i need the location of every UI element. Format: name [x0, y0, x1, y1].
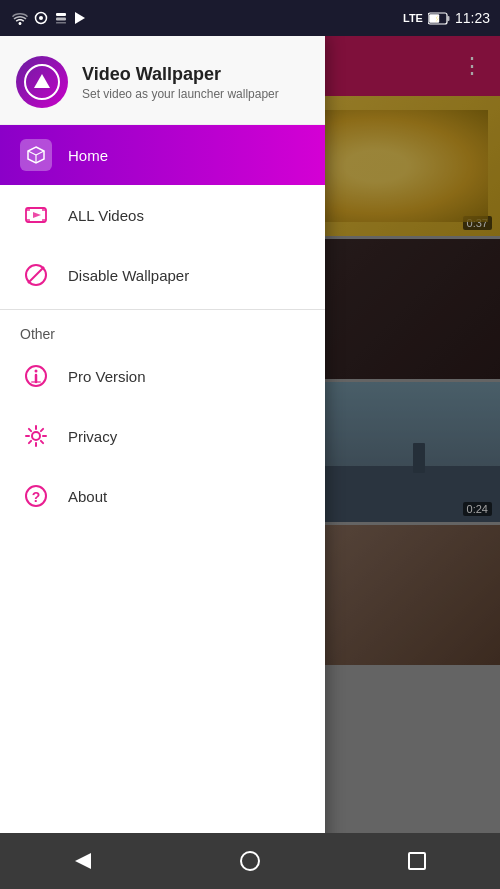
disable-wallpaper-nav-icon: [20, 259, 52, 291]
nav-item-disable-wallpaper[interactable]: Disable Wallpaper: [0, 245, 325, 305]
back-arrow-icon: [71, 849, 95, 873]
status-bar-left: [12, 11, 86, 25]
svg-rect-2: [56, 13, 66, 16]
svg-line-21: [28, 267, 44, 283]
svg-point-23: [35, 370, 38, 373]
svg-rect-18: [42, 219, 46, 222]
navigation-drawer: Video Wallpaper Set video as your launch…: [0, 36, 325, 889]
svg-rect-15: [26, 208, 30, 211]
svg-line-11: [28, 151, 36, 155]
home-button[interactable]: [230, 841, 270, 881]
gear-icon: [22, 422, 50, 450]
no-icon: [22, 261, 50, 289]
pro-version-nav-icon: [20, 360, 52, 392]
back-button[interactable]: [63, 841, 103, 881]
play-store-icon: [74, 11, 86, 25]
ring-icon: [34, 11, 48, 25]
svg-marker-19: [33, 212, 41, 218]
other-section-title: Other: [0, 314, 325, 346]
status-bar: LTE 11:23: [0, 0, 500, 36]
nav-item-home[interactable]: Home: [0, 125, 325, 185]
svg-rect-17: [26, 219, 30, 222]
recents-button[interactable]: [397, 841, 437, 881]
disable-wallpaper-nav-label: Disable Wallpaper: [68, 267, 189, 284]
svg-marker-5: [75, 12, 85, 24]
help-icon: ?: [22, 482, 50, 510]
section-divider: [0, 309, 325, 310]
pro-version-nav-label: Pro Version: [68, 368, 146, 385]
svg-rect-16: [42, 208, 46, 211]
svg-point-28: [241, 852, 259, 870]
lte-label: LTE: [403, 12, 423, 24]
drawer-header: Video Wallpaper Set video as your launch…: [0, 36, 325, 125]
svg-rect-7: [447, 16, 449, 21]
recents-square-icon: [407, 851, 427, 871]
status-bar-right: LTE 11:23: [403, 10, 490, 26]
svg-rect-4: [56, 22, 66, 24]
home-circle-icon: [239, 850, 261, 872]
nav-item-all-videos[interactable]: ALL Videos: [0, 185, 325, 245]
app-title: Video Wallpaper: [82, 64, 279, 85]
pro-icon: [22, 362, 50, 390]
svg-text:?: ?: [32, 489, 41, 505]
drawer-navigation: Home ALL Videos: [0, 125, 325, 889]
app-info: Video Wallpaper Set video as your launch…: [82, 64, 279, 101]
home-nav-label: Home: [68, 147, 108, 164]
nav-item-privacy[interactable]: Privacy: [0, 406, 325, 466]
svg-rect-29: [409, 853, 425, 869]
nav-item-about[interactable]: ? About: [0, 466, 325, 526]
privacy-nav-icon: [20, 420, 52, 452]
svg-rect-3: [56, 18, 66, 21]
storage-icon: [54, 11, 68, 25]
svg-line-12: [36, 151, 44, 155]
app-logo: [16, 56, 68, 108]
about-nav-label: About: [68, 488, 107, 505]
svg-marker-27: [75, 853, 91, 869]
svg-rect-8: [429, 14, 439, 23]
cube-icon: [26, 145, 46, 165]
svg-point-24: [32, 432, 40, 440]
nav-item-pro-version[interactable]: Pro Version: [0, 346, 325, 406]
film-icon: [22, 201, 50, 229]
home-nav-icon: [20, 139, 52, 171]
home-icon-box: [20, 139, 52, 171]
privacy-nav-label: Privacy: [68, 428, 117, 445]
svg-point-1: [39, 16, 43, 20]
bottom-nav-bar: [0, 833, 500, 889]
main-content: ⋮ 0:30 0:37 0:30 1:48 0:24: [0, 36, 500, 889]
wifi-icon: [12, 11, 28, 25]
battery-icon: [428, 12, 450, 25]
logo-inner: [24, 64, 60, 100]
app-subtitle: Set video as your launcher wallpaper: [82, 87, 279, 101]
about-nav-icon: ?: [20, 480, 52, 512]
status-time: 11:23: [455, 10, 490, 26]
logo-triangle-icon: [34, 74, 50, 88]
all-videos-nav-icon: [20, 199, 52, 231]
all-videos-nav-label: ALL Videos: [68, 207, 144, 224]
drawer-scrim[interactable]: [325, 36, 500, 889]
